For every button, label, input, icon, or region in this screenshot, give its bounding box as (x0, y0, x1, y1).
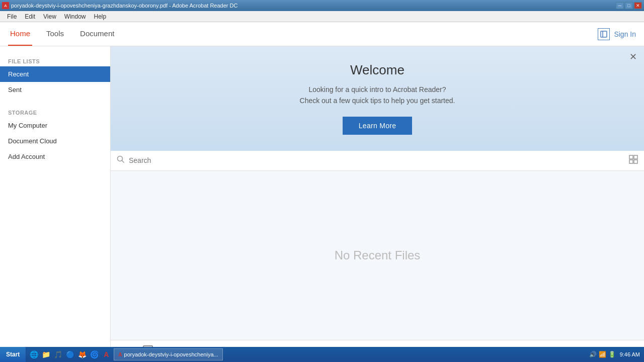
sign-in-label: Sign In (614, 30, 636, 38)
menu-edit[interactable]: Edit (21, 12, 39, 21)
tab-tools[interactable]: Tools (44, 22, 66, 46)
sign-in-icon (598, 28, 610, 40)
app-header: Home Tools Document Sign In (0, 22, 644, 46)
content-area: ✕ Welcome Looking for a quick intro to A… (111, 46, 644, 362)
welcome-banner: ✕ Welcome Looking for a quick intro to A… (111, 46, 644, 151)
window-title: poryadok-deystviy-i-opoveshcheniya-grazh… (11, 3, 237, 9)
search-input[interactable] (129, 156, 629, 164)
svg-rect-4 (629, 155, 633, 159)
taskbar-active-window[interactable]: A poryadok-deystviy-i-opoveshcheniya... (114, 348, 222, 360)
network-icon[interactable]: 📶 (599, 351, 606, 358)
start-button[interactable]: Start (0, 347, 26, 362)
svg-rect-5 (634, 155, 637, 159)
welcome-subtitle: Looking for a quick intro to Acrobat Rea… (119, 84, 636, 107)
taskbar-icon-pdf[interactable]: A (101, 349, 112, 360)
taskbar-left: Start 🌐 📁 🎵 🔵 🦊 🌀 A A poryadok-deystviy-… (0, 347, 223, 362)
clock-time: 9:46 AM (620, 351, 640, 357)
tab-document[interactable]: Document (78, 22, 116, 46)
welcome-title: Welcome (119, 62, 636, 78)
sys-tray: 🔊 📶 🔋 (589, 351, 616, 358)
nav-tabs: Home Tools Document (8, 22, 116, 46)
menu-window[interactable]: Window (60, 12, 90, 21)
storage-label: STORAGE (0, 106, 110, 118)
grid-view-icon[interactable] (629, 155, 638, 166)
sidebar-item-recent[interactable]: Recent (0, 66, 110, 82)
taskbar: Start 🌐 📁 🎵 🔵 🦊 🌀 A A poryadok-deystviy-… (0, 347, 644, 362)
welcome-subtitle-line1: Looking for a quick intro to Acrobat Rea… (308, 85, 446, 94)
svg-rect-6 (629, 160, 633, 163)
learn-more-button[interactable]: Learn More (343, 117, 413, 135)
sidebar: FILE LISTS Recent Sent STORAGE My Comput… (0, 46, 111, 362)
search-input-wrap (117, 155, 629, 165)
search-icon (117, 155, 125, 165)
no-files-label: No Recent Files (335, 248, 421, 262)
taskbar-window-label: poryadok-deystviy-i-opoveshcheniya... (124, 351, 218, 357)
search-bar (111, 151, 644, 171)
svg-rect-7 (634, 160, 637, 163)
taskbar-right: 🔊 📶 🔋 9:46 AM (585, 351, 644, 358)
battery-icon[interactable]: 🔋 (608, 351, 616, 358)
welcome-close-button[interactable]: ✕ (629, 51, 637, 62)
system-clock: 9:46 AM (620, 351, 640, 357)
main-layout: FILE LISTS Recent Sent STORAGE My Comput… (0, 46, 644, 362)
title-bar: A poryadok-deystviy-i-opoveshcheniya-gra… (0, 0, 644, 11)
taskbar-icon-media[interactable]: 🎵 (52, 349, 63, 360)
menu-bar: File Edit View Window Help (0, 11, 644, 22)
svg-line-3 (122, 161, 124, 163)
taskbar-icon-firefox[interactable]: 🦊 (76, 349, 88, 360)
volume-icon[interactable]: 🔊 (589, 351, 597, 358)
maximize-button[interactable]: □ (625, 2, 633, 9)
sidebar-item-document-cloud[interactable]: Document Cloud (0, 133, 110, 149)
sidebar-item-sent[interactable]: Sent (0, 82, 110, 98)
menu-file[interactable]: File (3, 12, 21, 21)
taskbar-icon-edge[interactable]: 🌀 (89, 349, 100, 360)
welcome-subtitle-line2: Check out a few quick tips to help you g… (300, 97, 455, 105)
tab-home[interactable]: Home (8, 22, 32, 46)
file-lists-label: FILE LISTS (0, 54, 110, 66)
app-icon: A (2, 2, 9, 9)
menu-view[interactable]: View (39, 12, 60, 21)
taskbar-quick-launch: 🌐 📁 🎵 🔵 🦊 🌀 A (26, 347, 114, 362)
taskbar-icon-browser[interactable]: 🌐 (28, 349, 39, 360)
sidebar-item-add-account[interactable]: Add Account (0, 149, 110, 164)
no-files-area: No Recent Files (111, 171, 644, 340)
close-button[interactable]: ✕ (634, 2, 642, 9)
sidebar-item-my-computer[interactable]: My Computer (0, 118, 110, 133)
minimize-button[interactable]: ─ (616, 2, 624, 9)
svg-rect-0 (601, 31, 607, 37)
menu-help[interactable]: Help (90, 12, 111, 21)
sign-in-area[interactable]: Sign In (598, 28, 636, 40)
taskbar-icon-folder[interactable]: 📁 (40, 349, 51, 360)
title-bar-controls: ─ □ ✕ (616, 2, 642, 9)
taskbar-icon-chrome[interactable]: 🔵 (64, 349, 75, 360)
